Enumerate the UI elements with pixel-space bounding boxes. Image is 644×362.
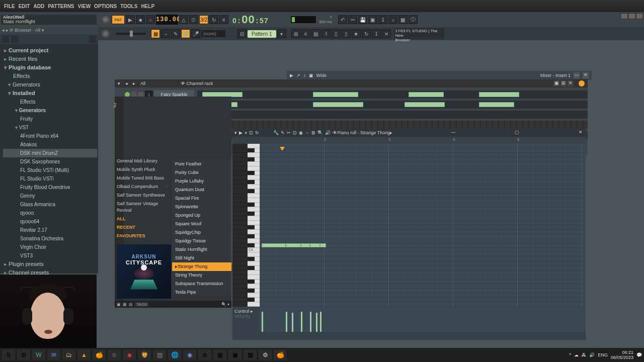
preset-item[interactable]: Tesla Pipe	[172, 288, 231, 296]
blend-icon[interactable]: 3/2	[199, 15, 208, 24]
menu-tools[interactable]: TOOLS	[119, 3, 138, 10]
tree-item[interactable]: Sonatina Orchestra	[3, 234, 97, 243]
save-icon[interactable]: 💾	[358, 15, 367, 24]
tree-item[interactable]: Effects	[3, 98, 97, 106]
mixer-close-icon[interactable]: ✕	[583, 72, 589, 78]
menu-edit[interactable]: EDIT	[18, 3, 31, 10]
tempo-display[interactable]: 130.00	[156, 15, 178, 25]
link-icon[interactable]: 🔗	[181, 29, 190, 38]
app-brave-icon[interactable]: 🦁	[138, 349, 151, 360]
channel-rack-header[interactable]: ▾◂▸ All 👁 Channel rack ▣ ⊞ ✕	[115, 79, 588, 87]
preset-item[interactable]: Still Night	[172, 254, 231, 262]
preset-bottom[interactable]: ▣▦▤ TAGS 🔍 ▾	[115, 301, 231, 308]
chan-steps[interactable]	[197, 101, 588, 109]
t3-icon[interactable]: ★	[352, 29, 361, 38]
t5-icon[interactable]: ↧	[372, 29, 381, 38]
brush-icon[interactable]: ✎	[171, 29, 180, 38]
preset-item[interactable]: Strange Thong	[172, 262, 231, 271]
view1-icon[interactable]: ▦	[398, 15, 408, 24]
pattern-prev[interactable]: ⊟	[237, 29, 247, 38]
mixer-icon[interactable]: ⫴	[321, 29, 331, 38]
preset-cat[interactable]: General Midi Library	[115, 157, 171, 165]
time-display[interactable]: 0:00:57	[229, 13, 272, 26]
t6-icon[interactable]: ✕	[382, 29, 391, 38]
pr-min-icon[interactable]: —	[450, 130, 456, 136]
tree-item[interactable]: DSK Saxophones	[3, 157, 97, 166]
play-button[interactable]: ▶	[126, 15, 135, 24]
preset-item[interactable]: Square Woof	[172, 220, 231, 228]
tree-item[interactable]: DSK mini DrumZ	[3, 149, 97, 157]
velocity-panel[interactable]: Control ▸ Velocity	[232, 307, 586, 332]
menu-patterns[interactable]: PATTERNS	[47, 3, 75, 10]
snap-combo[interactable]: (none)	[201, 30, 225, 37]
pr-icon[interactable]: ≡	[301, 29, 310, 38]
record-button[interactable]: ●	[146, 15, 155, 24]
app-h-icon[interactable]: ▦	[244, 349, 257, 360]
preset-filter[interactable]: RECENT	[115, 223, 171, 232]
app-fl-icon[interactable]: 🍊	[93, 349, 106, 360]
preset-cat[interactable]: Saif Sameer Vintage Revival	[115, 200, 171, 215]
cr-b-icon[interactable]: ⊞	[560, 80, 567, 86]
window-controls[interactable]	[621, 13, 643, 19]
piano-grid[interactable]	[260, 144, 586, 307]
browser-tree[interactable]: Current projectRecent filesPlugin databa…	[0, 44, 98, 304]
preset-item[interactable]: Purity Cube	[172, 168, 231, 177]
preset-filter[interactable]: ALL	[115, 215, 171, 223]
app-folder-icon[interactable]: 🗂	[62, 349, 75, 360]
preset-cat[interactable]: Olbaid Compendium	[115, 183, 171, 191]
preset-item[interactable]: Purple Lullaby	[172, 177, 231, 186]
mic-icon[interactable]: 🎤	[191, 29, 200, 38]
tree-item[interactable]: Installed	[3, 89, 97, 98]
taskview-icon[interactable]: ⊞	[17, 349, 30, 360]
preset-item[interactable]: Squidgy Tissue	[172, 237, 231, 245]
menu-help[interactable]: HELP	[140, 3, 155, 10]
export-icon[interactable]: ↧	[378, 15, 387, 24]
app-settings-icon[interactable]: ⚙	[259, 349, 272, 360]
menu-add[interactable]: ADD	[32, 3, 45, 10]
grid-icon[interactable]: ▦	[151, 29, 160, 38]
tray-notif-icon[interactable]: 💬	[636, 352, 642, 357]
tray-up-icon[interactable]: ^	[569, 352, 571, 357]
tree-item[interactable]: VST3	[3, 251, 97, 260]
pattern-next[interactable]: ▾	[277, 29, 286, 38]
t4-icon[interactable]: ↻	[362, 29, 371, 38]
pl-icon[interactable]: ⊞	[291, 29, 300, 38]
preset-item[interactable]: Pure Feather	[172, 160, 231, 168]
preset-item[interactable]: Spinnarette	[172, 203, 231, 211]
render-icon[interactable]: ▣	[368, 15, 377, 24]
tray-vol-icon[interactable]: 🔊	[589, 352, 595, 357]
app-fl2-icon[interactable]: 🍊	[274, 349, 287, 360]
tree-item[interactable]: 4Front Piano x64	[3, 132, 97, 140]
chan-steps[interactable]	[197, 111, 588, 119]
preset-item[interactable]: Spacial Fire	[172, 194, 231, 203]
tree-item[interactable]: Abakos	[3, 140, 97, 149]
windows-taskbar[interactable]: ⇅ ⊞ W ✉ 🗂 ▲ 🍊 ⊚ ◆ 🦁 ▤ 🌐 ◉ ⊚ ▦ ▣ ▦ ⚙ 🍊 ^ …	[0, 348, 644, 362]
preset-cat[interactable]: Mobile Synth Pluck	[115, 165, 171, 174]
cr-knob[interactable]	[579, 80, 585, 86]
app-discord-icon[interactable]: ◉	[183, 349, 196, 360]
swing-slider[interactable]	[116, 33, 146, 35]
tree-item[interactable]: Virgin Choir	[3, 243, 97, 251]
app-b-icon[interactable]: ◆	[123, 349, 136, 360]
tree-item[interactable]: FL Studio VSTi (Multi)	[3, 166, 97, 174]
tree-item[interactable]: VST	[3, 123, 97, 132]
piano-roll-ruler[interactable]: 2 3 4 5	[260, 137, 586, 144]
cut-icon[interactable]: ✂	[348, 15, 357, 24]
preset-item[interactable]: Sponged Up	[172, 211, 231, 220]
mixer-min-icon[interactable]: —	[574, 72, 580, 78]
tray-clock[interactable]: 06:2106/05/2023	[611, 350, 633, 360]
arrow-icon[interactable]: →	[161, 29, 170, 38]
playhead-marker[interactable]	[280, 144, 285, 153]
tree-item[interactable]: Glass Armanica	[3, 200, 97, 209]
app-word-icon[interactable]: W	[32, 349, 45, 360]
piano-keys[interactable]: C5C4	[232, 144, 260, 307]
app-g-icon[interactable]: ▣	[228, 349, 242, 360]
main-volume-knob[interactable]	[102, 16, 110, 24]
t1-icon[interactable]: ▯	[332, 29, 341, 38]
cr-icon[interactable]: ▤	[311, 29, 320, 38]
main-menu[interactable]: FILE EDIT ADD PATTERNS VIEW OPTIONS TOOL…	[0, 0, 644, 12]
piano-roll-header[interactable]: ▾▶●⊡↻ 🔧✎✂⊡◉↔⊞🔍🔊 👁 Piano roll - Strange T…	[232, 129, 586, 137]
pan-knob[interactable]	[102, 30, 110, 38]
tree-item[interactable]: Revitar 2.17	[3, 226, 97, 234]
preset-item[interactable]: Quantum Dust	[172, 186, 231, 194]
